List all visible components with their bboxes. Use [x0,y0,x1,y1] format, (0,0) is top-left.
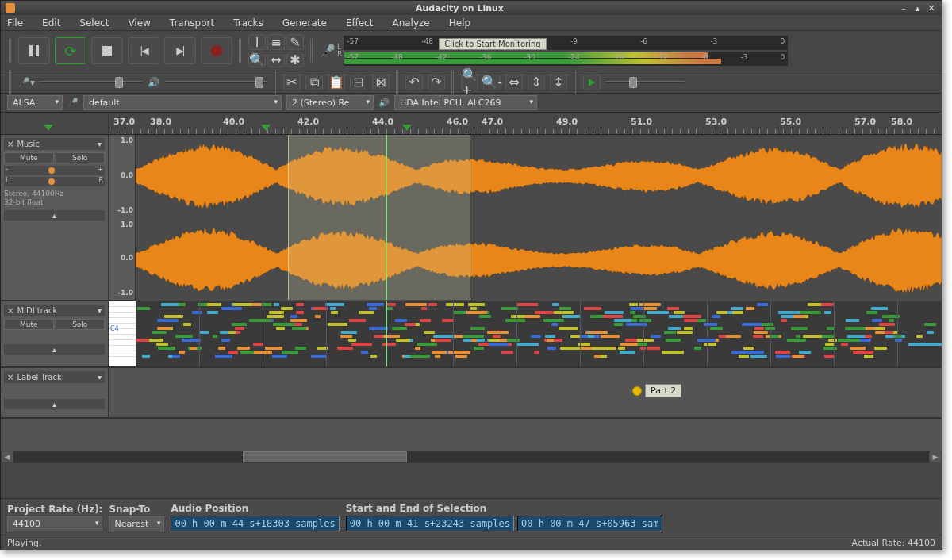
snap-to-combo[interactable]: Nearest [109,516,164,531]
project-rate-combo[interactable]: 44100 [7,516,102,531]
timeshift-tool-button[interactable]: ↔ [267,52,285,67]
track-control-panel[interactable]: ×Music▾ MuteSolo -+ LR Stereo, 44100Hz32… [1,135,109,300]
loop-play-button[interactable]: ⟳ [55,37,86,64]
pause-button[interactable] [18,37,50,64]
track-control-panel[interactable]: ×Label Track▾ ▴ [1,368,109,417]
fit-project-button[interactable]: ⇕ [528,75,545,90]
scrollbar-thumb[interactable] [243,451,408,462]
grip[interactable] [9,71,12,94]
zoom-out-button[interactable]: 🔍- [483,75,501,90]
selection-end-field[interactable]: 00 h 00 m 47 s+05963 sam [517,516,662,531]
stop-button[interactable] [91,37,123,64]
grip[interactable] [574,71,577,94]
label-display[interactable]: Part 2 [109,368,942,417]
scroll-right-button[interactable]: ▶ [929,451,942,463]
collapse-button[interactable]: ▴ [4,399,105,409]
menu-analyze[interactable]: Analyze [392,17,429,29]
menu-transport[interactable]: Transport [170,17,214,29]
menu-view[interactable]: View [128,17,150,29]
recording-channels-combo[interactable]: 2 (Stereo) Re [286,95,374,110]
playback-speed-slider[interactable] [605,75,685,90]
start-monitoring-button[interactable]: Click to Start Monitoring [439,38,546,50]
timeline-ruler[interactable]: 37.038.040.042.044.046.047.049.051.053.0… [1,113,942,135]
grip[interactable] [9,39,12,63]
label-point-icon[interactable] [632,386,642,396]
track-format-info: Stereo, 44100Hz32-bit float [4,190,105,207]
solo-button[interactable]: Solo [56,319,106,330]
zoom-tool-button[interactable]: 🔍 [248,52,266,67]
cut-button[interactable]: ✂ [283,75,301,90]
close-button[interactable]: ✕ [926,3,937,13]
mic-icon[interactable]: 🎤 [320,44,336,59]
selection-region[interactable] [288,135,470,300]
track-menu-button[interactable]: ×Label Track▾ [4,371,105,383]
envelope-tool-button[interactable]: ≡ [267,34,285,50]
mute-button[interactable]: Mute [4,319,54,330]
grip[interactable] [451,71,455,94]
audio-position-field[interactable]: 00 h 00 m 44 s+18303 samples [171,516,339,531]
silence-button[interactable]: ⊠ [372,75,390,90]
playback-meter[interactable]: -57 -48 -42 -36 -30 -24 -18 -12 -6 -3 0 [344,52,788,66]
scroll-left-button[interactable]: ◀ [1,451,13,463]
skip-start-button[interactable]: |◀ [128,37,159,64]
fit-selection-button[interactable]: ⇔ [505,75,523,90]
quick-play-region[interactable] [1,113,109,134]
waveform-display[interactable]: 1.0 0.0 -1.0 1.0 0.0 -1.0 [109,135,942,300]
menu-select[interactable]: Select [79,17,109,29]
selection-start-field[interactable]: 00 h 00 m 41 s+23243 samples [346,516,514,531]
selection-start-marker-icon[interactable] [261,125,271,131]
zoom-toggle-button[interactable]: ↕ [550,75,567,90]
recording-volume-slider[interactable] [40,75,143,90]
zoom-in-button[interactable]: 🔍+ [461,75,478,90]
horizontal-scrollbar[interactable]: ◀ ▶ [1,451,942,463]
label-marker[interactable]: Part 2 [632,384,681,397]
solo-button[interactable]: Solo [56,152,106,163]
grip[interactable] [310,39,313,63]
play-at-speed-button[interactable] [583,75,601,90]
titlebar[interactable]: Audacity on Linux – ▴ ✕ [1,1,942,15]
close-track-button[interactable]: × [7,373,13,382]
collapse-button[interactable]: ▴ [4,210,105,221]
recording-meter[interactable]: -57 -48 Click to Start Monitoring -12 -9… [344,36,788,50]
audio-host-combo[interactable]: ALSA [7,95,63,110]
pan-slider[interactable]: LR [4,177,105,186]
undo-button[interactable]: ↶ [405,75,423,90]
playback-cursor [386,301,387,366]
selection-end-marker-icon[interactable] [402,125,412,131]
collapse-button[interactable]: ▴ [4,344,105,355]
track-menu-button[interactable]: ×Music▾ [4,138,105,150]
menu-tracks[interactable]: Tracks [233,17,263,29]
menu-help[interactable]: Help [449,17,470,29]
menu-file[interactable]: File [7,17,23,29]
vertical-scale[interactable]: 1.0 0.0 -1.0 1.0 0.0 -1.0 [109,135,136,300]
grip[interactable] [396,71,399,94]
paste-button[interactable]: 📋 [328,75,345,90]
close-track-button[interactable]: × [7,140,13,148]
trim-button[interactable]: ⊟ [350,75,367,90]
minimize-button[interactable]: – [898,3,909,13]
grip[interactable] [239,39,242,63]
recording-device-combo[interactable]: default [83,95,282,110]
piano-ruler[interactable]: C4 [109,301,136,366]
label-text[interactable]: Part 2 [645,384,681,397]
midi-display[interactable]: C4 [109,301,942,366]
record-button[interactable] [201,37,232,64]
playback-device-combo[interactable]: HDA Intel PCH: ALC269 [394,95,537,110]
menu-effect[interactable]: Effect [346,17,374,29]
playback-volume-slider[interactable] [164,75,267,90]
menu-generate[interactable]: Generate [282,17,327,29]
redo-button[interactable]: ↷ [428,75,445,90]
gain-slider[interactable]: -+ [4,166,105,175]
track-control-panel[interactable]: ×MIDI track▾ MuteSolo ▴ [1,301,109,366]
copy-button[interactable]: ⧉ [305,75,323,90]
close-track-button[interactable]: × [7,306,13,315]
skip-end-button[interactable]: ▶| [164,37,196,64]
selection-tool-button[interactable]: I [248,34,266,50]
mute-button[interactable]: Mute [4,152,54,163]
track-menu-button[interactable]: ×MIDI track▾ [4,305,105,316]
maximize-button[interactable]: ▴ [912,3,923,13]
multi-tool-button[interactable]: ✱ [286,52,304,67]
grip[interactable] [274,71,277,94]
draw-tool-button[interactable]: ✎ [286,34,304,50]
menu-edit[interactable]: Edit [42,17,60,29]
